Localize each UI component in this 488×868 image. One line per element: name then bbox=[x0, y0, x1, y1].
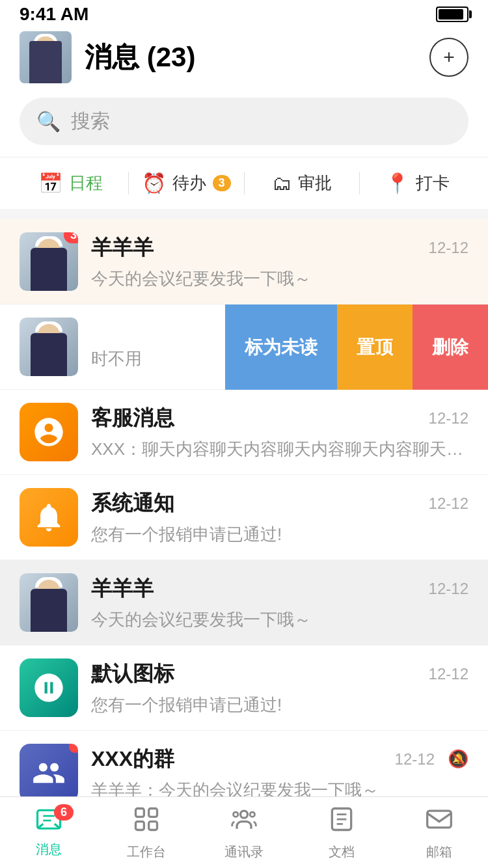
schedule-label: 日程 bbox=[69, 172, 103, 195]
message-preview: 今天的会议纪要发我一下哦～ bbox=[91, 267, 468, 290]
status-bar: 9:41 AM bbox=[0, 0, 488, 29]
message-time: 12-12 bbox=[395, 750, 435, 768]
contacts-icon bbox=[230, 805, 258, 839]
message-item[interactable]: 客服消息 12-12 XXX：聊天内容聊天内容聊天内容聊天内容聊天内容聊天内容.… bbox=[0, 390, 488, 475]
add-button[interactable]: + bbox=[429, 38, 468, 77]
mail-icon bbox=[425, 805, 454, 839]
message-item[interactable]: 3 羊羊羊 12-12 今天的会议纪要发我一下哦～ bbox=[0, 219, 488, 305]
message-body: 客服消息 12-12 XXX：聊天内容聊天内容聊天内容聊天内容聊天内容聊天内容.… bbox=[91, 404, 468, 461]
sender-name: XXX的群 bbox=[91, 745, 174, 774]
message-list: 3 羊羊羊 12-12 今天的会议纪要发我一下哦～ 12-12 bbox=[0, 219, 488, 868]
avatar bbox=[20, 403, 78, 461]
svg-rect-3 bbox=[136, 808, 144, 817]
approval-icon: 🗂 bbox=[272, 172, 291, 195]
tab-mail[interactable]: 邮箱 bbox=[390, 805, 488, 861]
message-time: 12-12 bbox=[429, 665, 468, 683]
message-body: XXX的群 12-12 🔕 羊羊羊：今天的会议纪要发我一下哦～ bbox=[91, 745, 468, 802]
search-bar: 🔍 搜索 bbox=[0, 86, 488, 157]
section-divider bbox=[0, 209, 488, 219]
search-input[interactable]: 🔍 搜索 bbox=[20, 98, 468, 145]
mute-icon: 🔕 bbox=[448, 749, 468, 769]
quick-actions-bar: 📅 日程 ⏰ 待办 3 🗂 审批 📍 打卡 bbox=[0, 157, 488, 209]
header: 消息 (23) + bbox=[0, 29, 488, 86]
tab-bar: 6 消息 工作台 通讯录 bbox=[0, 796, 488, 868]
mark-unread-button[interactable]: 标为未读 bbox=[225, 305, 337, 390]
sender-name: 默认图标 bbox=[91, 660, 174, 688]
quick-item-todo[interactable]: ⏰ 待办 3 bbox=[128, 172, 244, 195]
approval-label: 审批 bbox=[298, 172, 332, 195]
todo-badge: 3 bbox=[213, 175, 231, 191]
tab-contacts[interactable]: 通讯录 bbox=[195, 805, 293, 861]
svg-rect-6 bbox=[149, 821, 157, 830]
avatar bbox=[20, 573, 78, 632]
documents-icon bbox=[327, 805, 356, 839]
workbench-icon bbox=[132, 805, 161, 839]
svg-point-7 bbox=[241, 811, 248, 818]
message-item[interactable]: 羊羊羊 12-12 今天的会议纪要发我一下哦～ bbox=[0, 560, 488, 645]
todo-label: 待办 bbox=[172, 172, 206, 195]
tab-documents-label: 文档 bbox=[329, 843, 355, 861]
search-icon: 🔍 bbox=[36, 110, 61, 133]
message-body: 羊羊羊 12-12 今天的会议纪要发我一下哦～ bbox=[91, 575, 468, 631]
sender-name: 羊羊羊 bbox=[91, 234, 154, 262]
tab-workbench[interactable]: 工作台 bbox=[98, 805, 195, 861]
swipe-actions: 标为未读 置顶 删除 bbox=[225, 305, 488, 390]
messages-badge: 6 bbox=[54, 804, 74, 821]
message-preview: 今天的会议纪要发我一下哦～ bbox=[91, 608, 468, 631]
quick-item-approval[interactable]: 🗂 审批 bbox=[244, 172, 360, 195]
todo-icon: ⏰ bbox=[142, 172, 166, 195]
message-item[interactable]: 默认图标 12-12 您有一个报销申请已通过! bbox=[0, 645, 488, 731]
page-title: 消息 (23) bbox=[85, 39, 416, 75]
checkin-label: 打卡 bbox=[416, 172, 450, 195]
battery-icon bbox=[436, 7, 468, 22]
svg-rect-5 bbox=[136, 821, 144, 830]
delete-button[interactable]: 删除 bbox=[413, 305, 488, 390]
quick-item-schedule[interactable]: 📅 日程 bbox=[13, 172, 128, 195]
pin-button[interactable]: 置顶 bbox=[337, 305, 413, 390]
message-item-swipe-container[interactable]: 12-12 时不用 标为未读 置顶 删除 bbox=[0, 305, 488, 390]
quick-item-checkin[interactable]: 📍 打卡 bbox=[359, 172, 475, 195]
message-body: 默认图标 12-12 您有一个报销申请已通过! bbox=[91, 660, 468, 716]
schedule-icon: 📅 bbox=[38, 172, 62, 195]
message-time: 12-12 bbox=[429, 409, 468, 427]
sender-name: 系统通知 bbox=[91, 489, 174, 518]
svg-point-9 bbox=[234, 812, 238, 817]
avatar bbox=[20, 488, 78, 547]
search-placeholder: 搜索 bbox=[71, 108, 110, 135]
tab-documents[interactable]: 文档 bbox=[293, 805, 390, 861]
message-item[interactable]: 系统通知 12-12 您有一个报销申请已通过! bbox=[0, 475, 488, 560]
svg-rect-11 bbox=[427, 811, 452, 828]
message-preview: 您有一个报销申请已通过! bbox=[91, 523, 468, 546]
avatar bbox=[20, 318, 78, 376]
message-body: 系统通知 12-12 您有一个报销申请已通过! bbox=[91, 489, 468, 546]
message-preview: 您有一个报销申请已通过! bbox=[91, 694, 468, 716]
sender-name: 客服消息 bbox=[91, 404, 174, 433]
sender-name: 羊羊羊 bbox=[91, 575, 154, 603]
avatar[interactable] bbox=[20, 31, 72, 83]
checkin-icon: 📍 bbox=[385, 172, 409, 195]
message-time: 12-12 bbox=[429, 495, 468, 513]
avatar bbox=[20, 744, 78, 802]
message-preview: XXX：聊天内容聊天内容聊天内容聊天内容聊天内容聊天内容... bbox=[91, 438, 468, 461]
tab-workbench-label: 工作台 bbox=[127, 843, 166, 861]
avatar: 3 bbox=[20, 232, 78, 291]
status-time: 9:41 AM bbox=[20, 4, 88, 25]
svg-rect-4 bbox=[149, 808, 157, 817]
tab-mail-label: 邮箱 bbox=[426, 843, 452, 861]
tab-messages[interactable]: 6 消息 bbox=[0, 807, 98, 858]
message-time: 12-12 bbox=[429, 580, 468, 598]
tab-contacts-label: 通讯录 bbox=[224, 843, 264, 861]
message-time: 12-12 bbox=[429, 239, 468, 257]
svg-point-8 bbox=[250, 812, 254, 817]
message-body: 羊羊羊 12-12 今天的会议纪要发我一下哦～ bbox=[91, 234, 468, 290]
avatar bbox=[20, 658, 78, 717]
tab-messages-label: 消息 bbox=[36, 841, 62, 858]
